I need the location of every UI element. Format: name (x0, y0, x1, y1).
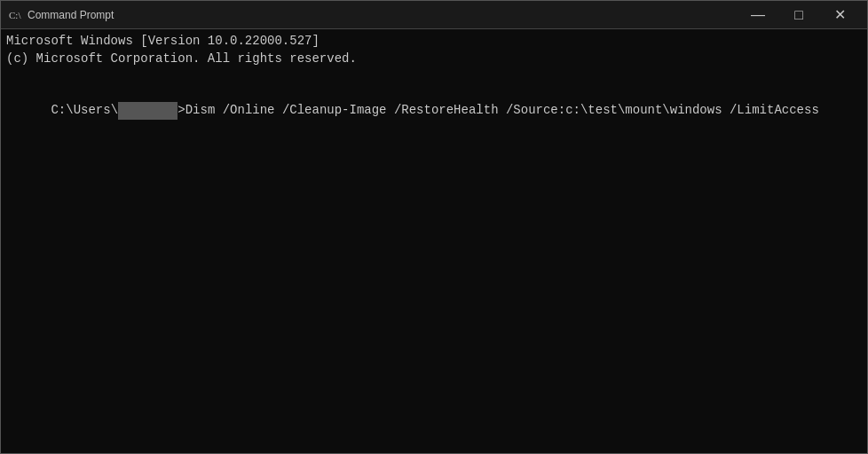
terminal-body[interactable]: Microsoft Windows [Version 10.0.22000.52… (1, 29, 867, 453)
terminal-line-1: Microsoft Windows [Version 10.0.22000.52… (6, 33, 862, 51)
close-button[interactable]: ✕ (819, 1, 860, 29)
terminal-line-2: (c) Microsoft Corporation. All rights re… (6, 51, 862, 68)
prompt-suffix: > (178, 103, 185, 117)
maximize-button[interactable]: □ (778, 1, 819, 29)
terminal-command-line: C:\Users\ >Dism /Online /Cleanup-Image /… (6, 85, 862, 137)
title-bar-left: C:\ Command Prompt (8, 8, 114, 22)
title-bar: C:\ Command Prompt — □ ✕ (1, 1, 867, 29)
redacted-username (118, 102, 178, 120)
window-controls: — □ ✕ (738, 1, 860, 29)
window-title: Command Prompt (28, 9, 114, 21)
cmd-icon: C:\ (8, 8, 22, 22)
minimize-button[interactable]: — (738, 1, 778, 29)
command-text: Dism /Online /Cleanup-Image /RestoreHeal… (185, 103, 819, 117)
terminal-line-3 (6, 67, 862, 85)
prompt-prefix: C:\Users\ (51, 103, 118, 117)
cmd-window: C:\ Command Prompt — □ ✕ Microsoft Windo… (0, 0, 868, 454)
svg-text:C:\: C:\ (9, 10, 21, 20)
